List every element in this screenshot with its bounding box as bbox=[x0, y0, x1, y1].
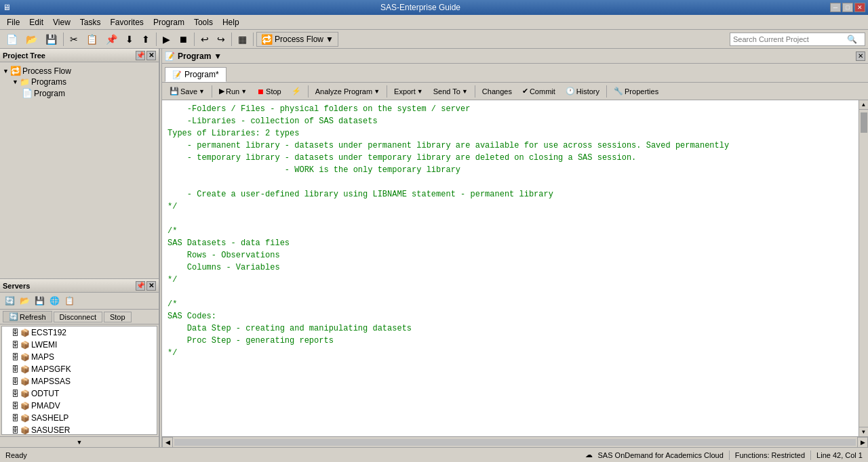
cut-button[interactable]: ✂ bbox=[66, 32, 81, 47]
search-icon[interactable]: 🔍 bbox=[846, 33, 859, 45]
project-tree-content: ▼ 🔁 Process Flow ▼ 📁 Programs 📄 Program bbox=[0, 62, 159, 102]
code-line-11: /* bbox=[167, 225, 849, 237]
save-all-button[interactable]: 💾 bbox=[42, 32, 60, 47]
analyze-label: Analyze Program bbox=[315, 87, 372, 96]
vscroll-up[interactable]: ▲ bbox=[859, 100, 869, 110]
vscroll-down[interactable]: ▼ bbox=[859, 427, 869, 436]
server-item-mapssas[interactable]: 🗄 📦 MAPSSAS bbox=[2, 375, 157, 387]
sendto-button[interactable]: Send To ▼ bbox=[429, 84, 473, 99]
code-line-17: /* bbox=[167, 298, 849, 310]
run-button[interactable]: ▶ Run ▼ bbox=[214, 84, 252, 99]
new-button[interactable]: 📄 bbox=[3, 32, 21, 47]
minimize-button[interactable]: ─ bbox=[830, 3, 841, 12]
code-line-7 bbox=[167, 176, 849, 188]
server-item-ecst192[interactable]: 🗄 📦 ECST192 bbox=[2, 327, 157, 339]
changes-button[interactable]: Changes bbox=[477, 84, 517, 99]
tree-item-process-flow[interactable]: ▼ 🔁 Process Flow bbox=[3, 65, 156, 77]
submit-button[interactable]: ⚡ bbox=[287, 84, 306, 99]
commit-button[interactable]: ✔ Commit bbox=[517, 84, 560, 99]
process-flow-button[interactable]: 🔁 Process Flow ▼ bbox=[256, 32, 338, 47]
menu-file[interactable]: File bbox=[3, 16, 24, 28]
project-tree-pin[interactable]: 📌 bbox=[136, 51, 145, 60]
refresh-button[interactable]: 🔄 Refresh bbox=[3, 311, 52, 322]
menu-view[interactable]: View bbox=[49, 16, 75, 28]
history-button[interactable]: 🕐 History bbox=[561, 84, 604, 99]
close-button[interactable]: ✕ bbox=[854, 3, 865, 12]
disconnect-label: Disconnect bbox=[60, 313, 96, 321]
menu-edit[interactable]: Edit bbox=[25, 16, 47, 28]
servers-toolbar-btn5[interactable]: 📋 bbox=[62, 294, 76, 308]
server-item-pmadv[interactable]: 🗄 📦 PMADV bbox=[2, 400, 157, 412]
separator bbox=[63, 33, 64, 46]
prog-sep4 bbox=[475, 85, 475, 98]
hscroll-left[interactable]: ◀ bbox=[162, 437, 173, 448]
code-editor[interactable]: ▲ ▼ -Folders / Files - physical folders … bbox=[162, 100, 868, 436]
server-label-mapssas: MAPSSAS bbox=[31, 377, 71, 386]
maximize-button[interactable]: □ bbox=[842, 3, 853, 12]
program-panel-header: 📝 Program ▼ ✕ bbox=[162, 49, 868, 64]
analyze-button[interactable]: Analyze Program ▼ bbox=[311, 84, 384, 99]
redo-button[interactable]: ↪ bbox=[214, 32, 229, 47]
program-panel-close[interactable]: ✕ bbox=[856, 51, 865, 61]
stop-toolbar-button[interactable]: ⏹ bbox=[175, 32, 191, 47]
server-item-odtut[interactable]: 🗄 📦 ODTUT bbox=[2, 387, 157, 400]
process-flow-arrow: ▼ bbox=[326, 35, 334, 44]
menu-program[interactable]: Program bbox=[149, 16, 189, 28]
disconnect-button[interactable]: Disconnect bbox=[54, 312, 102, 322]
search-box: 🔍 bbox=[730, 33, 865, 46]
server-item-maps[interactable]: 🗄 📦 MAPS bbox=[2, 351, 157, 363]
servers-scroll-down[interactable]: ▼ bbox=[0, 436, 159, 447]
code-line-15: */ bbox=[167, 274, 849, 286]
db-icon2-lwemi: 📦 bbox=[20, 341, 30, 350]
paste-button[interactable]: 📌 bbox=[102, 32, 121, 47]
sendto-label: Send To bbox=[433, 87, 460, 96]
open-button[interactable]: 📂 bbox=[22, 32, 41, 47]
layout-button[interactable]: ▦ bbox=[235, 32, 250, 47]
tree-item-program[interactable]: 📄 Program bbox=[3, 87, 156, 99]
server-item-sashelp[interactable]: 🗄 📦 SASHELP bbox=[2, 412, 157, 424]
stop-servers-button[interactable]: Stop bbox=[104, 312, 132, 322]
import-button[interactable]: ⬇ bbox=[122, 32, 137, 47]
export-toolbar-button[interactable]: ⬆ bbox=[138, 32, 153, 47]
program-panel-arrow[interactable]: ▼ bbox=[214, 51, 222, 61]
tree-item-programs[interactable]: ▼ 📁 Programs bbox=[3, 77, 156, 87]
servers-close[interactable]: ✕ bbox=[146, 281, 156, 291]
server-item-sasuser[interactable]: 🗄 📦 SASUSER bbox=[2, 424, 157, 435]
export-button[interactable]: Export ▼ bbox=[389, 84, 428, 99]
status-sep1 bbox=[729, 450, 730, 460]
separator4 bbox=[231, 33, 232, 46]
menu-favorites[interactable]: Favorites bbox=[106, 16, 148, 28]
search-input[interactable] bbox=[730, 35, 846, 43]
copy-button[interactable]: 📋 bbox=[83, 32, 101, 47]
menu-tasks[interactable]: Tasks bbox=[76, 16, 105, 28]
prog-sep5 bbox=[606, 85, 607, 98]
save-label: Save bbox=[180, 87, 197, 96]
run-toolbar-button[interactable]: ▶ bbox=[159, 32, 174, 47]
properties-icon: 🔧 bbox=[614, 87, 623, 96]
hscroll-right[interactable]: ▶ bbox=[857, 437, 868, 448]
servers-header: Servers 📌 ✕ bbox=[0, 279, 159, 293]
servers-toolbar-btn3[interactable]: 💾 bbox=[33, 294, 46, 308]
server-item-mapsgfk[interactable]: 🗄 📦 MAPSGFK bbox=[2, 363, 157, 375]
servers-toolbar-btn4[interactable]: 🌐 bbox=[47, 294, 61, 308]
save-button[interactable]: 💾 Save ▼ bbox=[165, 84, 210, 99]
servers-toolbar-btn2[interactable]: 📂 bbox=[18, 294, 31, 308]
hscroll-track[interactable] bbox=[174, 439, 856, 446]
stop-button[interactable]: ⏹ Stop bbox=[252, 84, 286, 99]
program-tab[interactable]: 📝 Program* bbox=[165, 67, 226, 82]
properties-button[interactable]: 🔧 Properties bbox=[609, 84, 663, 99]
undo-button[interactable]: ↩ bbox=[197, 32, 212, 47]
menu-help[interactable]: Help bbox=[218, 16, 243, 28]
vscroll-thumb[interactable] bbox=[861, 112, 867, 133]
servers-toolbar-btn1[interactable]: 🔄 bbox=[3, 294, 16, 308]
horizontal-scrollbar: ◀ ▶ bbox=[162, 436, 868, 447]
project-tree-panel: Project Tree 📌 ✕ ▼ 🔁 Process Flow ▼ 📁 Pr bbox=[0, 49, 159, 279]
left-panel: Project Tree 📌 ✕ ▼ 🔁 Process Flow ▼ 📁 Pr bbox=[0, 49, 159, 447]
project-tree-close[interactable]: ✕ bbox=[146, 51, 156, 60]
status-functions: Functions: Restricted bbox=[735, 451, 805, 459]
submit-icon: ⚡ bbox=[292, 87, 301, 96]
program-panel-title: Program bbox=[178, 51, 211, 61]
servers-pin[interactable]: 📌 bbox=[136, 281, 145, 291]
server-item-lwemi[interactable]: 🗄 📦 LWEMI bbox=[2, 339, 157, 351]
menu-tools[interactable]: Tools bbox=[190, 16, 217, 28]
